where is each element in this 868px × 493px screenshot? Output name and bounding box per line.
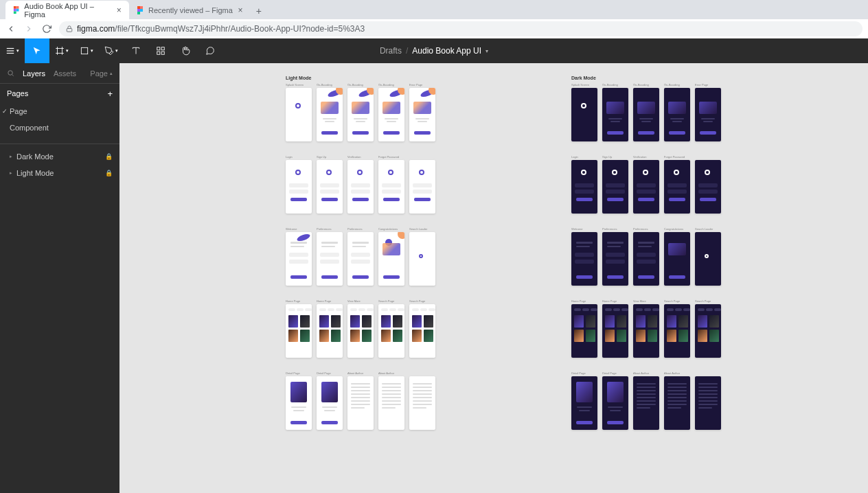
layer-item[interactable]: ▸ Light Mode 🔒 — [0, 165, 119, 181]
frame[interactable] — [571, 160, 597, 214]
frame-label: Splash Screen — [571, 83, 597, 87]
frame[interactable] — [695, 88, 721, 141]
frame[interactable] — [633, 232, 659, 286]
frame[interactable] — [347, 376, 374, 430]
add-page-button[interactable]: + — [107, 89, 113, 99]
frame-label: Error Page — [695, 83, 721, 87]
frame[interactable] — [695, 232, 721, 286]
frame[interactable] — [664, 304, 690, 358]
frame[interactable] — [286, 160, 312, 214]
frame[interactable] — [409, 88, 435, 141]
frame[interactable] — [317, 376, 343, 430]
lock-icon[interactable]: 🔒 — [105, 153, 113, 160]
frame[interactable] — [286, 376, 312, 430]
search-icon[interactable] — [7, 69, 14, 77]
frame[interactable] — [378, 160, 404, 214]
chevron-down-icon[interactable]: ▾ — [486, 48, 488, 54]
frame[interactable] — [347, 160, 374, 214]
frame-label: Detail Page — [571, 371, 597, 375]
frame[interactable] — [286, 304, 312, 358]
hand-tool-button[interactable] — [173, 38, 198, 63]
page-item[interactable]: Page — [0, 103, 119, 119]
frame[interactable] — [347, 88, 374, 141]
frame[interactable] — [664, 88, 690, 141]
frame[interactable] — [317, 232, 343, 286]
frame[interactable] — [602, 304, 628, 358]
frame-label: Search Loader — [409, 227, 435, 231]
frame[interactable] — [664, 376, 690, 430]
frame[interactable] — [602, 376, 628, 430]
frame[interactable] — [633, 376, 659, 430]
page-selector[interactable]: Page ▴ — [90, 69, 113, 78]
frame[interactable] — [633, 304, 659, 358]
close-icon[interactable]: × — [237, 7, 244, 14]
move-tool-button[interactable] — [25, 38, 49, 63]
comment-tool-button[interactable] — [198, 38, 222, 63]
frame-label: Detail Page — [286, 371, 312, 375]
frame[interactable] — [602, 160, 628, 214]
frame-label: Forgot Password — [664, 155, 690, 159]
frame-label: About Author — [664, 371, 690, 375]
pen-tool-button[interactable]: ▾ — [99, 38, 124, 63]
frame[interactable] — [633, 88, 659, 141]
section-title: Light Mode — [286, 76, 435, 80]
layers-tab[interactable]: Layers — [23, 69, 45, 78]
frame-label: Congratulations — [378, 227, 404, 231]
frame[interactable] — [571, 232, 597, 286]
canvas[interactable]: Light ModeSplash ScreenOn-BoardingOn-Boa… — [119, 63, 868, 493]
frame[interactable] — [378, 88, 404, 141]
text-tool-button[interactable] — [124, 38, 148, 63]
frame[interactable] — [409, 232, 435, 286]
resources-button[interactable] — [148, 38, 173, 63]
frame[interactable] — [602, 88, 628, 141]
frame[interactable] — [286, 232, 312, 286]
frame[interactable] — [633, 160, 659, 214]
forward-icon[interactable] — [23, 23, 34, 34]
frame[interactable] — [695, 304, 721, 358]
back-icon[interactable] — [5, 23, 16, 34]
layer-item[interactable]: ▸ Dark Mode 🔒 — [0, 148, 119, 165]
frame[interactable] — [571, 376, 597, 430]
page-item[interactable]: Component — [0, 119, 119, 136]
frame[interactable] — [664, 160, 690, 214]
frame-label: Login — [571, 155, 597, 159]
frame[interactable] — [378, 304, 404, 358]
file-name[interactable]: Audio Book App UI — [412, 46, 481, 56]
frame[interactable] — [347, 232, 374, 286]
main-menu-button[interactable]: ▾ — [0, 38, 25, 63]
new-tab-button[interactable]: + — [251, 3, 267, 19]
frame[interactable] — [317, 88, 343, 141]
frame[interactable] — [286, 88, 312, 141]
file-breadcrumb[interactable]: Drafts / Audio Book App UI ▾ — [380, 46, 488, 56]
frame[interactable] — [378, 232, 404, 286]
breadcrumb-root[interactable]: Drafts — [380, 46, 402, 56]
frame[interactable] — [378, 376, 404, 430]
frame-label: About Author — [347, 371, 374, 375]
reload-icon[interactable] — [41, 23, 52, 34]
frame[interactable] — [571, 88, 597, 141]
frame[interactable] — [317, 160, 343, 214]
frame-label: Preferences — [347, 227, 374, 231]
frame[interactable] — [664, 232, 690, 286]
frame[interactable] — [409, 376, 435, 430]
shape-tool-button[interactable]: ▾ — [74, 38, 99, 63]
frame[interactable] — [695, 376, 721, 430]
frame[interactable] — [695, 160, 721, 214]
chevron-right-icon[interactable]: ▸ — [10, 170, 12, 176]
assets-tab[interactable]: Assets — [54, 69, 76, 78]
browser-tab[interactable]: Recently viewed – Figma × — [129, 1, 251, 19]
url-field[interactable]: figma.com/file/TfkcguBwmqWsz7Jj4iPhhr/Au… — [59, 21, 863, 36]
chevron-right-icon[interactable]: ▸ — [10, 154, 12, 159]
frame[interactable] — [602, 232, 628, 286]
frame[interactable] — [409, 160, 435, 214]
frame-label: Splash Screen — [286, 83, 312, 87]
frame[interactable] — [317, 304, 343, 358]
lock-icon[interactable]: 🔒 — [105, 170, 113, 176]
frame[interactable] — [571, 304, 597, 358]
browser-tab-active[interactable]: Audio Book App UI – Figma × — [5, 1, 129, 19]
close-icon[interactable]: × — [116, 7, 122, 14]
frame[interactable] — [347, 304, 374, 358]
frame[interactable] — [409, 304, 435, 358]
svg-rect-9 — [137, 12, 140, 14]
frame-tool-button[interactable]: ▾ — [49, 38, 74, 63]
